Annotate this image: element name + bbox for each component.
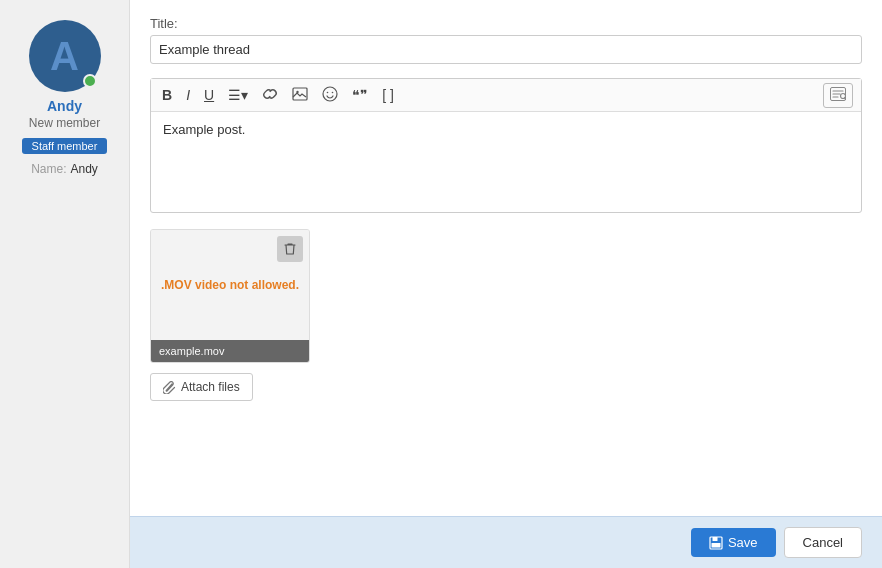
- list-button[interactable]: ☰▾: [223, 85, 253, 105]
- attach-files-button[interactable]: Attach files: [150, 373, 253, 401]
- emoji-button[interactable]: [317, 83, 343, 107]
- bold-button[interactable]: B: [157, 85, 177, 105]
- username: Andy: [47, 98, 82, 114]
- title-input[interactable]: [150, 35, 862, 64]
- svg-rect-9: [712, 537, 717, 541]
- editor-content: Example post.: [163, 122, 245, 137]
- name-label: Name:: [31, 162, 66, 176]
- user-role: New member: [29, 116, 100, 130]
- attachment-card: .MOV video not allowed. example.mov: [150, 229, 310, 363]
- user-meta: Name: Andy: [31, 162, 98, 176]
- title-section: Title:: [150, 16, 862, 64]
- attach-files-label: Attach files: [181, 380, 240, 394]
- sidebar: A Andy New member Staff member Name: And…: [0, 0, 130, 568]
- title-label: Title:: [150, 16, 862, 31]
- avatar-letter: A: [50, 34, 79, 79]
- footer: Save Cancel: [130, 516, 882, 568]
- preview-button[interactable]: [823, 83, 853, 108]
- svg-point-3: [327, 92, 329, 94]
- save-button[interactable]: Save: [691, 528, 776, 557]
- staff-badge: Staff member: [22, 138, 108, 154]
- editor-toolbar: B I U ☰▾ ❝❞ [ ]: [151, 79, 861, 112]
- editor-wrap: B I U ☰▾ ❝❞ [ ] Example post.: [150, 78, 862, 213]
- link-button[interactable]: [257, 83, 283, 107]
- underline-button[interactable]: U: [199, 85, 219, 105]
- svg-point-4: [332, 92, 334, 94]
- save-label: Save: [728, 535, 758, 550]
- svg-rect-0: [293, 88, 307, 100]
- online-indicator: [83, 74, 97, 88]
- code-button[interactable]: [ ]: [377, 85, 399, 105]
- main-content: Title: B I U ☰▾ ❝❞ [ ] Example post.: [130, 0, 882, 568]
- svg-point-2: [323, 87, 337, 101]
- avatar-wrap: A: [29, 20, 101, 92]
- delete-attachment-button[interactable]: [277, 236, 303, 262]
- editor-body[interactable]: Example post.: [151, 112, 861, 212]
- image-button[interactable]: [287, 83, 313, 107]
- italic-button[interactable]: I: [181, 85, 195, 105]
- cancel-button[interactable]: Cancel: [784, 527, 862, 558]
- svg-rect-10: [711, 543, 720, 548]
- attachment-error: .MOV video not allowed.: [161, 278, 299, 292]
- blockquote-button[interactable]: ❝❞: [347, 85, 373, 105]
- attachment-filename: example.mov: [151, 340, 309, 362]
- name-value: Andy: [70, 162, 97, 176]
